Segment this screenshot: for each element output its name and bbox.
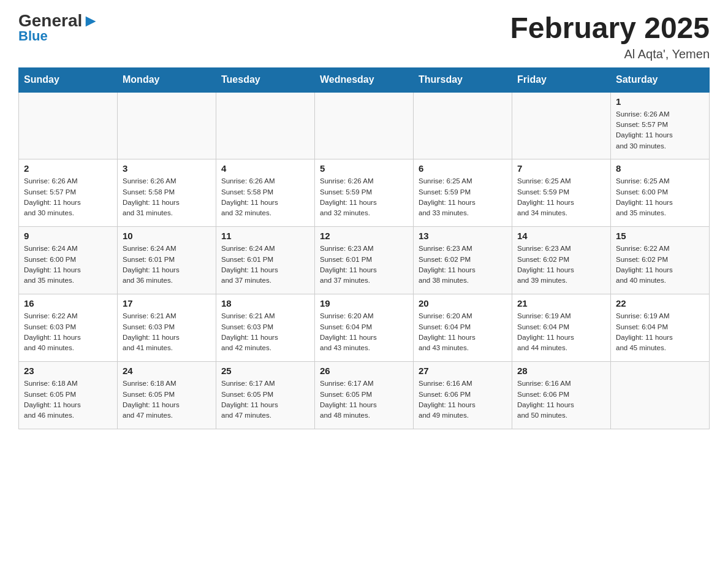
day-info: Sunrise: 6:22 AM Sunset: 6:02 PM Dayligh… xyxy=(616,243,704,286)
table-row: 20Sunrise: 6:20 AM Sunset: 6:04 PM Dayli… xyxy=(414,294,512,362)
day-number: 5 xyxy=(320,163,408,174)
table-row xyxy=(118,92,216,159)
day-info: Sunrise: 6:24 AM Sunset: 6:01 PM Dayligh… xyxy=(221,243,309,286)
day-info: Sunrise: 6:25 AM Sunset: 5:59 PM Dayligh… xyxy=(517,176,605,218)
logo-triangle-icon: ► xyxy=(82,11,99,30)
day-info: Sunrise: 6:24 AM Sunset: 6:01 PM Dayligh… xyxy=(123,243,211,286)
day-number: 17 xyxy=(123,298,211,308)
title-block: February 2025 Al Aqta', Yemen xyxy=(510,12,710,61)
calendar-table: Sunday Monday Tuesday Wednesday Thursday… xyxy=(18,67,710,430)
day-info: Sunrise: 6:19 AM Sunset: 6:04 PM Dayligh… xyxy=(616,311,704,353)
day-number: 2 xyxy=(24,163,112,174)
day-number: 16 xyxy=(24,298,112,308)
table-row: 8Sunrise: 6:25 AM Sunset: 6:00 PM Daylig… xyxy=(611,159,710,227)
day-info: Sunrise: 6:19 AM Sunset: 6:04 PM Dayligh… xyxy=(517,311,605,353)
calendar-body: 1Sunrise: 6:26 AM Sunset: 5:57 PM Daylig… xyxy=(19,92,710,429)
table-row: 9Sunrise: 6:24 AM Sunset: 6:00 PM Daylig… xyxy=(19,227,118,294)
day-number: 19 xyxy=(320,298,408,308)
day-number: 11 xyxy=(221,231,309,241)
table-row: 13Sunrise: 6:23 AM Sunset: 6:02 PM Dayli… xyxy=(414,227,512,294)
day-info: Sunrise: 6:18 AM Sunset: 6:05 PM Dayligh… xyxy=(123,378,211,421)
table-row xyxy=(19,92,118,159)
table-row xyxy=(611,362,710,429)
location: Al Aqta', Yemen xyxy=(510,47,710,61)
day-info: Sunrise: 6:26 AM Sunset: 5:57 PM Dayligh… xyxy=(24,176,112,218)
week-row-4: 16Sunrise: 6:22 AM Sunset: 6:03 PM Dayli… xyxy=(19,294,710,362)
week-row-3: 9Sunrise: 6:24 AM Sunset: 6:00 PM Daylig… xyxy=(19,227,710,294)
table-row: 26Sunrise: 6:17 AM Sunset: 6:05 PM Dayli… xyxy=(315,362,414,429)
day-info: Sunrise: 6:17 AM Sunset: 6:05 PM Dayligh… xyxy=(221,378,309,421)
day-number: 27 xyxy=(419,366,507,376)
col-saturday: Saturday xyxy=(611,67,710,92)
day-info: Sunrise: 6:26 AM Sunset: 5:57 PM Dayligh… xyxy=(616,109,704,151)
day-number: 12 xyxy=(320,231,408,241)
table-row: 19Sunrise: 6:20 AM Sunset: 6:04 PM Dayli… xyxy=(315,294,414,362)
day-number: 25 xyxy=(221,366,309,376)
day-number: 6 xyxy=(419,163,507,174)
day-number: 26 xyxy=(320,366,408,376)
day-info: Sunrise: 6:23 AM Sunset: 6:01 PM Dayligh… xyxy=(320,243,408,286)
table-row xyxy=(512,92,611,159)
day-number: 22 xyxy=(616,298,704,308)
table-row: 7Sunrise: 6:25 AM Sunset: 5:59 PM Daylig… xyxy=(512,159,611,227)
week-row-1: 1Sunrise: 6:26 AM Sunset: 5:57 PM Daylig… xyxy=(19,92,710,159)
day-info: Sunrise: 6:16 AM Sunset: 6:06 PM Dayligh… xyxy=(419,378,507,421)
table-row: 2Sunrise: 6:26 AM Sunset: 5:57 PM Daylig… xyxy=(19,159,118,227)
day-number: 24 xyxy=(123,366,211,376)
day-info: Sunrise: 6:20 AM Sunset: 6:04 PM Dayligh… xyxy=(320,311,408,353)
week-row-5: 23Sunrise: 6:18 AM Sunset: 6:05 PM Dayli… xyxy=(19,362,710,429)
day-number: 21 xyxy=(517,298,605,308)
table-row xyxy=(414,92,512,159)
table-row: 17Sunrise: 6:21 AM Sunset: 6:03 PM Dayli… xyxy=(118,294,216,362)
col-tuesday: Tuesday xyxy=(216,67,315,92)
col-friday: Friday xyxy=(512,67,611,92)
col-sunday: Sunday xyxy=(19,67,118,92)
table-row: 3Sunrise: 6:26 AM Sunset: 5:58 PM Daylig… xyxy=(118,159,216,227)
table-row: 21Sunrise: 6:19 AM Sunset: 6:04 PM Dayli… xyxy=(512,294,611,362)
table-row: 5Sunrise: 6:26 AM Sunset: 5:59 PM Daylig… xyxy=(315,159,414,227)
day-info: Sunrise: 6:16 AM Sunset: 6:06 PM Dayligh… xyxy=(517,378,605,421)
week-row-2: 2Sunrise: 6:26 AM Sunset: 5:57 PM Daylig… xyxy=(19,159,710,227)
day-info: Sunrise: 6:26 AM Sunset: 5:58 PM Dayligh… xyxy=(123,176,211,218)
table-row: 22Sunrise: 6:19 AM Sunset: 6:04 PM Dayli… xyxy=(611,294,710,362)
col-monday: Monday xyxy=(118,67,216,92)
table-row: 4Sunrise: 6:26 AM Sunset: 5:58 PM Daylig… xyxy=(216,159,315,227)
table-row: 14Sunrise: 6:23 AM Sunset: 6:02 PM Dayli… xyxy=(512,227,611,294)
day-number: 9 xyxy=(24,231,112,241)
table-row: 12Sunrise: 6:23 AM Sunset: 6:01 PM Dayli… xyxy=(315,227,414,294)
header-row: Sunday Monday Tuesday Wednesday Thursday… xyxy=(19,67,710,92)
day-info: Sunrise: 6:26 AM Sunset: 5:59 PM Dayligh… xyxy=(320,176,408,218)
calendar-header: Sunday Monday Tuesday Wednesday Thursday… xyxy=(19,67,710,92)
day-number: 18 xyxy=(221,298,309,308)
day-number: 3 xyxy=(123,163,211,174)
day-info: Sunrise: 6:18 AM Sunset: 6:05 PM Dayligh… xyxy=(24,378,112,421)
day-number: 1 xyxy=(616,96,704,107)
day-number: 10 xyxy=(123,231,211,241)
table-row: 15Sunrise: 6:22 AM Sunset: 6:02 PM Dayli… xyxy=(611,227,710,294)
day-info: Sunrise: 6:17 AM Sunset: 6:05 PM Dayligh… xyxy=(320,378,408,421)
day-number: 28 xyxy=(517,366,605,376)
table-row: 1Sunrise: 6:26 AM Sunset: 5:57 PM Daylig… xyxy=(611,92,710,159)
table-row: 28Sunrise: 6:16 AM Sunset: 6:06 PM Dayli… xyxy=(512,362,611,429)
day-info: Sunrise: 6:25 AM Sunset: 5:59 PM Dayligh… xyxy=(419,176,507,218)
day-number: 7 xyxy=(517,163,605,174)
table-row: 16Sunrise: 6:22 AM Sunset: 6:03 PM Dayli… xyxy=(19,294,118,362)
logo-text: General► xyxy=(18,12,99,29)
day-info: Sunrise: 6:22 AM Sunset: 6:03 PM Dayligh… xyxy=(24,311,112,353)
table-row: 18Sunrise: 6:21 AM Sunset: 6:03 PM Dayli… xyxy=(216,294,315,362)
day-info: Sunrise: 6:21 AM Sunset: 6:03 PM Dayligh… xyxy=(221,311,309,353)
col-wednesday: Wednesday xyxy=(315,67,414,92)
table-row: 11Sunrise: 6:24 AM Sunset: 6:01 PM Dayli… xyxy=(216,227,315,294)
day-number: 14 xyxy=(517,231,605,241)
day-number: 23 xyxy=(24,366,112,376)
day-info: Sunrise: 6:21 AM Sunset: 6:03 PM Dayligh… xyxy=(123,311,211,353)
table-row: 6Sunrise: 6:25 AM Sunset: 5:59 PM Daylig… xyxy=(414,159,512,227)
table-row xyxy=(216,92,315,159)
day-number: 15 xyxy=(616,231,704,241)
table-row xyxy=(315,92,414,159)
table-row: 27Sunrise: 6:16 AM Sunset: 6:06 PM Dayli… xyxy=(414,362,512,429)
day-info: Sunrise: 6:24 AM Sunset: 6:00 PM Dayligh… xyxy=(24,243,112,286)
table-row: 25Sunrise: 6:17 AM Sunset: 6:05 PM Dayli… xyxy=(216,362,315,429)
day-number: 13 xyxy=(419,231,507,241)
logo-blue-text: Blue xyxy=(18,28,48,44)
